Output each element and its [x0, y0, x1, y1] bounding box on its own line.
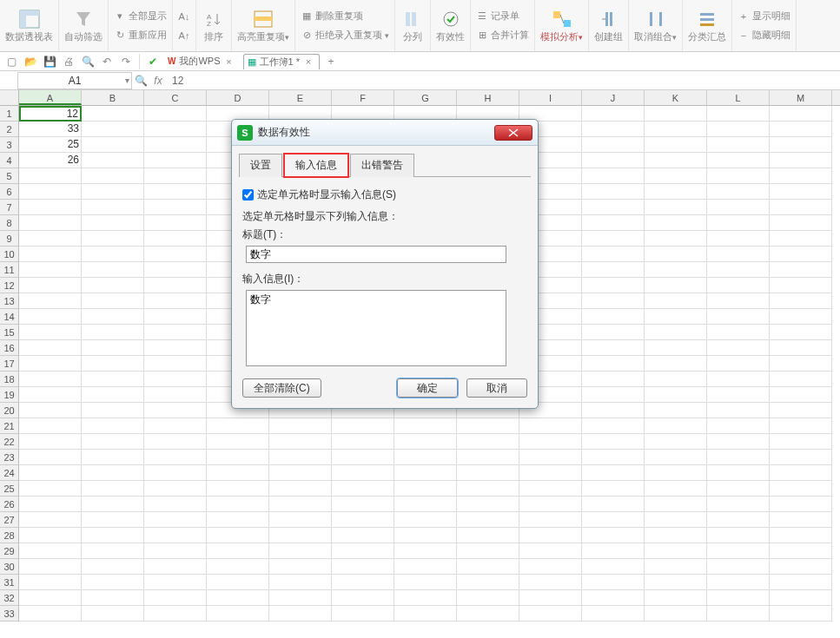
cell[interactable]: [707, 200, 770, 215]
cell[interactable]: [19, 293, 82, 309]
column-header[interactable]: K: [645, 90, 707, 105]
cell[interactable]: [144, 590, 207, 606]
row-header[interactable]: 1: [0, 106, 19, 122]
column-header[interactable]: E: [269, 90, 332, 105]
cell[interactable]: [332, 450, 394, 465]
cell[interactable]: [207, 418, 269, 434]
cell[interactable]: [645, 231, 707, 247]
cell[interactable]: [645, 512, 707, 528]
cell[interactable]: [144, 340, 207, 356]
cell[interactable]: [19, 372, 82, 387]
cell[interactable]: [144, 122, 207, 137]
show-all-button[interactable]: ▾全部显示: [114, 9, 167, 24]
cell[interactable]: [645, 309, 707, 325]
cell[interactable]: [770, 247, 832, 262]
cell[interactable]: [770, 465, 832, 481]
row-header[interactable]: 7: [0, 200, 19, 215]
cell[interactable]: [519, 497, 582, 512]
cell[interactable]: [144, 606, 207, 622]
row-header[interactable]: 4: [0, 153, 19, 168]
cell[interactable]: [19, 262, 82, 278]
cell[interactable]: [82, 106, 144, 122]
row-header[interactable]: 18: [0, 372, 19, 387]
show-detail-button[interactable]: +显示明细: [737, 9, 790, 24]
cell[interactable]: [645, 418, 707, 434]
cell[interactable]: [207, 512, 269, 528]
cell[interactable]: [519, 559, 582, 575]
cell[interactable]: [519, 606, 582, 622]
cell[interactable]: [582, 168, 645, 184]
cell[interactable]: [82, 356, 144, 372]
cell[interactable]: [519, 575, 582, 590]
cell[interactable]: [582, 434, 645, 450]
column-header[interactable]: H: [457, 90, 519, 105]
validity-button[interactable]: 有效性: [431, 0, 471, 51]
cell[interactable]: [144, 200, 207, 215]
cell[interactable]: [582, 293, 645, 309]
cell[interactable]: [144, 450, 207, 465]
sort-button[interactable]: AZ 排序: [196, 0, 232, 51]
cell[interactable]: [770, 575, 832, 590]
cell[interactable]: [645, 403, 707, 418]
cell[interactable]: [770, 184, 832, 200]
redo-button[interactable]: ↷: [118, 54, 134, 69]
cell[interactable]: [645, 372, 707, 387]
row-header[interactable]: 31: [0, 575, 19, 590]
save-button[interactable]: 💾: [42, 54, 57, 69]
cell[interactable]: [19, 543, 82, 559]
cell[interactable]: [82, 168, 144, 184]
cell[interactable]: [645, 559, 707, 575]
cell[interactable]: [144, 497, 207, 512]
cell[interactable]: [457, 434, 519, 450]
cell[interactable]: [82, 372, 144, 387]
column-header[interactable]: M: [770, 90, 832, 105]
cell[interactable]: [582, 309, 645, 325]
sort-desc-button[interactable]: A↑: [178, 28, 190, 43]
show-input-message-checkbox[interactable]: [242, 189, 254, 201]
cell[interactable]: [582, 450, 645, 465]
pivot-table-button[interactable]: 数据透视表: [0, 0, 59, 51]
cell[interactable]: [144, 575, 207, 590]
cell[interactable]: [144, 215, 207, 231]
cell[interactable]: [144, 481, 207, 497]
cell[interactable]: [582, 325, 645, 340]
cell[interactable]: [645, 293, 707, 309]
cell[interactable]: [332, 418, 394, 434]
accept-icon[interactable]: ✔: [145, 54, 161, 69]
cell[interactable]: [770, 215, 832, 231]
cell[interactable]: [707, 137, 770, 153]
cell[interactable]: [770, 122, 832, 137]
cell[interactable]: [645, 450, 707, 465]
cell[interactable]: [394, 590, 457, 606]
cell[interactable]: [457, 465, 519, 481]
cell[interactable]: [82, 325, 144, 340]
cell[interactable]: [144, 262, 207, 278]
cell[interactable]: [707, 418, 770, 434]
cell[interactable]: [707, 340, 770, 356]
cell[interactable]: [645, 153, 707, 168]
cell[interactable]: [82, 465, 144, 481]
cell[interactable]: [19, 200, 82, 215]
cell[interactable]: [582, 215, 645, 231]
row-header[interactable]: 9: [0, 231, 19, 247]
cell[interactable]: [144, 512, 207, 528]
cell[interactable]: [269, 512, 332, 528]
cell[interactable]: [457, 512, 519, 528]
cell[interactable]: [707, 481, 770, 497]
cell[interactable]: [582, 122, 645, 137]
cell[interactable]: [144, 231, 207, 247]
cell[interactable]: [144, 543, 207, 559]
cell[interactable]: [582, 590, 645, 606]
cell[interactable]: [82, 309, 144, 325]
cell[interactable]: [19, 590, 82, 606]
cell[interactable]: [82, 606, 144, 622]
select-all-corner[interactable]: [0, 90, 19, 105]
cell[interactable]: [582, 575, 645, 590]
cell[interactable]: [394, 543, 457, 559]
cell[interactable]: [207, 528, 269, 543]
hide-detail-button[interactable]: −隐藏明细: [737, 28, 790, 43]
cell[interactable]: [82, 247, 144, 262]
cell[interactable]: [770, 559, 832, 575]
text-to-columns-button[interactable]: 分列: [395, 0, 431, 51]
cell[interactable]: [457, 543, 519, 559]
